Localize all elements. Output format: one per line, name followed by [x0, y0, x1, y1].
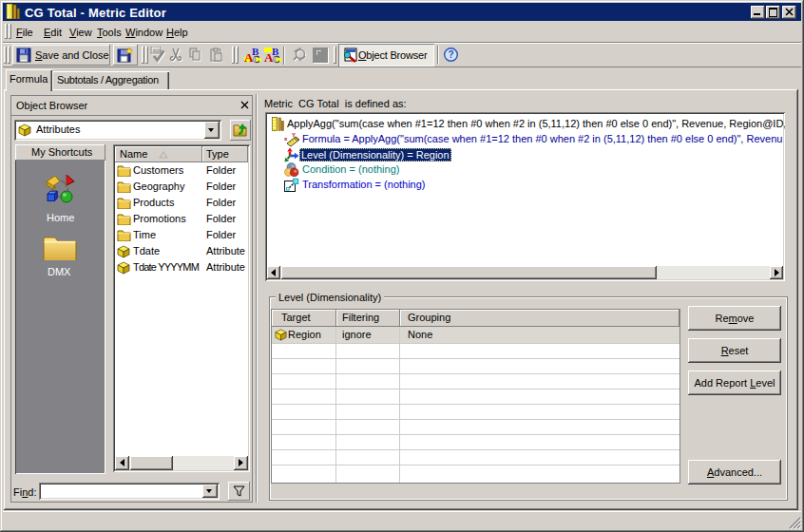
- svg-text:sum: sum: [153, 48, 163, 53]
- svg-text:C: C: [253, 54, 259, 65]
- svg-text:x: x: [284, 136, 288, 142]
- svg-text:?: ?: [449, 49, 454, 60]
- svg-text:C: C: [273, 54, 279, 65]
